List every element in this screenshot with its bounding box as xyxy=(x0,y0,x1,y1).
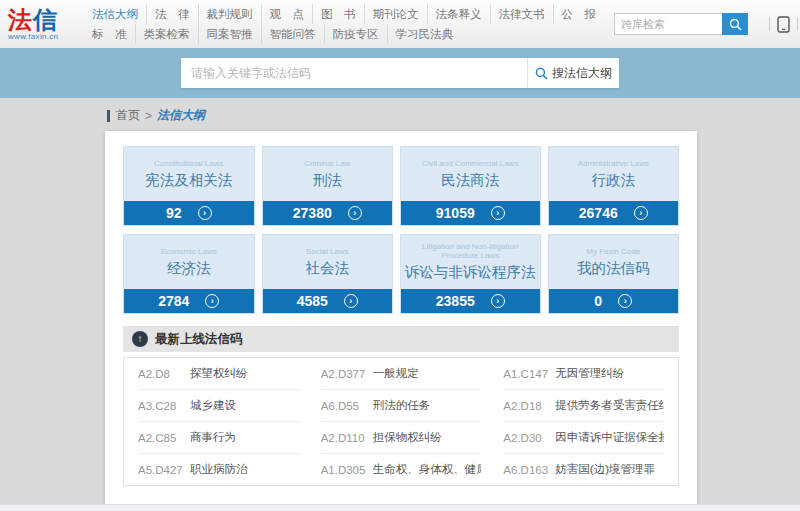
nav-item-standards[interactable]: 标 准 xyxy=(84,24,135,44)
card-footer[interactable]: 2784 › xyxy=(124,289,254,313)
list-item[interactable]: A5.D427职业病防治 xyxy=(138,454,299,485)
card-economic-laws[interactable]: Economic Laws 经济法 2784 › xyxy=(123,234,255,314)
card-footer[interactable]: 91059 › xyxy=(401,201,540,225)
topbar-search xyxy=(614,13,748,35)
nav-item-smart-qa[interactable]: 智能问答 xyxy=(261,24,324,44)
code-label: A2.D8 xyxy=(138,368,190,380)
nav-row-2: 标 准 类案检索 同案智推 智能问答 防疫专区 学习民法典 xyxy=(84,24,604,44)
nav-item-similar-case-search[interactable]: 类案检索 xyxy=(135,24,198,44)
card-footer[interactable]: 27380 › xyxy=(263,201,393,225)
breadcrumb-home-link[interactable]: 首页 xyxy=(116,107,140,124)
card-footer[interactable]: 23855 › xyxy=(401,289,540,313)
divider xyxy=(769,17,770,31)
logo-char-xin: 信 xyxy=(33,6,58,33)
card-body: Constitutional Laws 宪法及相关法 xyxy=(124,147,254,201)
card-body: Criminal Law 刑法 xyxy=(263,147,393,201)
code-label: A6.D55 xyxy=(321,400,373,412)
card-english-label: Economic Laws xyxy=(161,247,217,256)
breadcrumb-separator: > xyxy=(145,109,152,123)
card-footer[interactable]: 4585 › xyxy=(263,289,393,313)
nav-item-same-case-recommend[interactable]: 同案智推 xyxy=(198,24,261,44)
code-title: 职业病防治 xyxy=(190,462,248,477)
site-logo[interactable]: 法信 www.faxin.cn xyxy=(8,8,80,41)
nav-item-law[interactable]: 法 律 xyxy=(146,4,198,24)
list-item[interactable]: A2.D30因申请诉中证据保全损... xyxy=(503,422,664,454)
card-footer[interactable]: 92 › xyxy=(124,201,254,225)
main-search-input[interactable] xyxy=(181,58,527,88)
nav-item-legal-documents[interactable]: 法律文书 xyxy=(490,4,553,24)
card-count: 27380 xyxy=(293,205,332,221)
card-count: 2784 xyxy=(158,293,189,309)
cross-db-search-button[interactable] xyxy=(722,13,748,35)
code-label: A2.D30 xyxy=(503,432,555,444)
list-item[interactable]: A2.D8探望权纠纷 xyxy=(138,358,299,390)
logo-char-fa: 法 xyxy=(8,6,33,33)
main-search-button[interactable]: 搜法信大纲 xyxy=(527,58,619,88)
main-search-button-label: 搜法信大纲 xyxy=(552,65,612,82)
card-count: 4585 xyxy=(297,293,328,309)
card-count: 23855 xyxy=(436,293,475,309)
code-title: 生命权、身体权、健康... xyxy=(373,462,482,477)
card-english-label: Social Laws xyxy=(306,247,349,256)
list-item[interactable]: A2.C85商事行为 xyxy=(138,422,299,454)
card-title: 我的法信码 xyxy=(577,259,650,278)
card-title: 宪法及相关法 xyxy=(145,171,232,190)
card-social-laws[interactable]: Social Laws 社会法 4585 › xyxy=(262,234,394,314)
card-administrative-laws[interactable]: Administrative Laws 行政法 26746 › xyxy=(548,146,680,226)
card-title: 经济法 xyxy=(167,259,211,278)
nav-item-epidemic-zone[interactable]: 防疫专区 xyxy=(324,24,387,44)
list-item[interactable]: A2.D18提供劳务者受害责任纠... xyxy=(503,390,664,422)
card-body: Litigation and Non-litigation Procedure … xyxy=(401,235,540,289)
code-title: 一般规定 xyxy=(373,366,419,381)
nav-item-article-interpretation[interactable]: 法条释义 xyxy=(427,4,490,24)
nav-item-judgment-rules[interactable]: 裁判规则 xyxy=(198,4,261,24)
code-label: A5.D427 xyxy=(138,464,190,476)
main-search-band: 搜法信大纲 xyxy=(0,48,800,98)
nav-item-civil-code-study[interactable]: 学习民法典 xyxy=(387,24,462,44)
divider xyxy=(797,17,798,31)
nav-item-viewpoints[interactable]: 观 点 xyxy=(261,4,313,24)
card-english-label: Criminal Law xyxy=(304,159,350,168)
list-item[interactable]: A1.C147无因管理纠纷 xyxy=(503,358,664,390)
list-item[interactable]: A3.C28城乡建设 xyxy=(138,390,299,422)
arrow-circle-icon: › xyxy=(491,294,505,308)
code-title: 担保物权纠纷 xyxy=(373,430,442,445)
code-title: 无因管理纠纷 xyxy=(555,366,624,381)
card-count: 91059 xyxy=(436,205,475,221)
main-nav: 法信大纲 法 律 裁判规则 观 点 图 书 期刊论文 法条释义 法律文书 公 报… xyxy=(84,4,604,44)
list-item[interactable]: A2.D110担保物权纠纷 xyxy=(321,422,482,454)
card-english-label: Civil and Commercial Laws xyxy=(422,159,518,168)
card-constitutional-laws[interactable]: Constitutional Laws 宪法及相关法 92 › xyxy=(123,146,255,226)
card-civil-commercial-laws[interactable]: Civil and Commercial Laws 民法商法 91059 › xyxy=(400,146,541,226)
code-title: 妨害国(边)境管理罪 xyxy=(555,462,655,477)
logo-text: 法信 xyxy=(8,8,80,32)
nav-item-faxin-outline[interactable]: 法信大纲 xyxy=(84,4,146,24)
list-item[interactable]: A2.D377一般规定 xyxy=(321,358,482,390)
code-label: A3.C28 xyxy=(138,400,190,412)
logo-url: www.faxin.cn xyxy=(8,32,80,41)
list-item[interactable]: A6.D163妨害国(边)境管理罪 xyxy=(503,454,664,485)
top-header: 法信 www.faxin.cn 法信大纲 法 律 裁判规则 观 点 图 书 期刊… xyxy=(0,0,800,48)
card-english-label: My Faxin Code xyxy=(586,247,640,256)
nav-item-journal-papers[interactable]: 期刊论文 xyxy=(364,4,427,24)
card-my-faxin-code[interactable]: My Faxin Code 我的法信码 0 › xyxy=(548,234,680,314)
mobile-app-icon[interactable] xyxy=(777,16,790,33)
category-card-grid: Constitutional Laws 宪法及相关法 92 › Criminal… xyxy=(123,146,679,314)
card-title: 诉讼与非诉讼程序法 xyxy=(405,263,536,282)
card-footer[interactable]: 26746 › xyxy=(549,201,679,225)
nav-item-gazette[interactable]: 公 报 xyxy=(553,4,605,24)
card-footer[interactable]: 0 › xyxy=(549,289,679,313)
nav-item-books[interactable]: 图 书 xyxy=(312,4,364,24)
latest-section-header: ↑ 最新上线法信码 xyxy=(123,326,679,352)
arrow-circle-icon: › xyxy=(491,206,505,220)
latest-codes-list: A2.D8探望权纠纷 A2.D377一般规定 A1.C147无因管理纠纷 A3.… xyxy=(123,357,679,486)
list-item[interactable]: A1.D305生命权、身体权、健康... xyxy=(321,454,482,485)
code-label: A6.D163 xyxy=(503,464,555,476)
list-item[interactable]: A6.D55刑法的任务 xyxy=(321,390,482,422)
cross-db-search-input[interactable] xyxy=(614,13,722,35)
code-title: 城乡建设 xyxy=(190,398,236,413)
card-english-label: Administrative Laws xyxy=(578,159,649,168)
search-icon xyxy=(535,67,548,80)
card-litigation-procedure-laws[interactable]: Litigation and Non-litigation Procedure … xyxy=(400,234,541,314)
card-criminal-law[interactable]: Criminal Law 刑法 27380 › xyxy=(262,146,394,226)
